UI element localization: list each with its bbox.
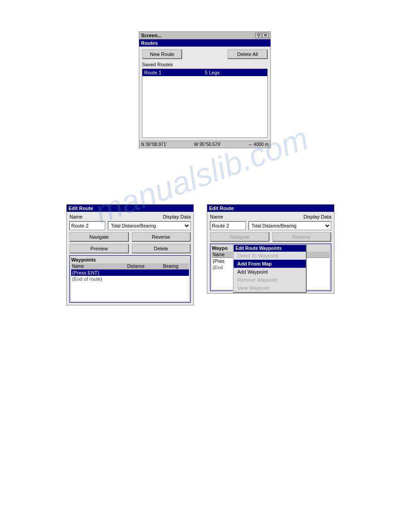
context-menu-add-waypoint[interactable]: Add Waypoint (234, 268, 306, 276)
status-lon: W 95°50.579' (194, 142, 221, 147)
context-menu-add-from-map[interactable]: Add From Map (234, 260, 306, 268)
new-route-button[interactable]: New Route (142, 49, 182, 59)
context-menu-view-waypoint[interactable]: View Waypoint (234, 284, 306, 292)
name-display-row: Name Display Data (69, 214, 191, 219)
edit-route-title-right: Edit Route (209, 206, 234, 211)
context-menu-direct-to-waypoint[interactable]: Direct To Waypoint (234, 252, 306, 260)
waypoint-row-1[interactable]: (Press ENT) (71, 270, 189, 276)
display-select-right[interactable]: Total Distance/Bearing (248, 221, 331, 230)
routes-titlebar: Screen... ▽ ✕ (139, 32, 270, 39)
edit-route-title-left: Edit Route (68, 206, 93, 211)
wp-bearing-1 (153, 270, 188, 275)
delete-button-left[interactable]: Delete (132, 244, 191, 253)
routes-title: Routes (141, 40, 158, 46)
route-name: Route 1 (144, 70, 205, 75)
name-input-row-right: Total Distance/Bearing (210, 221, 331, 230)
routes-buttons: New Route Delete All (142, 49, 268, 59)
screen-title: Screen... (141, 33, 162, 38)
routes-header: Routes (139, 39, 270, 47)
name-input-right[interactable] (210, 221, 246, 230)
navigate-reverse-row: Navigate Reverse (69, 232, 191, 242)
context-menu: Edit Route Waypoints Direct To Waypoint … (233, 244, 307, 293)
edit-route-titlebar-left: Edit Route (67, 205, 193, 212)
delete-all-button[interactable]: Delete All (227, 49, 268, 59)
name-label-right: Name (210, 214, 228, 219)
name-input-row: Total Distance/Bearing (69, 221, 191, 230)
reverse-button-right[interactable]: Reverse (272, 232, 332, 242)
titlebar-icons: ▽ ✕ (255, 33, 269, 38)
routes-window: Screen... ▽ ✕ Routes New Route Delete Al… (139, 31, 271, 148)
close-icon[interactable]: ✕ (262, 33, 269, 38)
display-label-right: Display Data (304, 214, 331, 219)
waypoints-section-right: Waypo Name (Pres (End Edit Route Waypoin… (210, 244, 331, 291)
route-legs: 5 Legs (205, 70, 266, 75)
name-display-row-right: Name Display Data (210, 214, 331, 219)
edit-route-body-right: Name Display Data Total Distance/Bearing… (207, 212, 334, 293)
wp-col-name-left: Name (72, 264, 119, 269)
routes-statusbar: N 36°08.971' W 95°50.579' ↔ 4000 m (139, 141, 270, 148)
name-label-left: Name (69, 214, 87, 219)
edit-route-body-left: Name Display Data Total Distance/Bearing… (67, 212, 193, 305)
edit-route-window-left: Edit Route Name Display Data Total Dista… (66, 204, 194, 305)
wp-col-bearing-left: Bearing (153, 264, 188, 269)
navigate-reverse-row-right: Navigate Reverse (210, 232, 331, 242)
display-label-left: Display Data (163, 214, 191, 219)
minimize-icon[interactable]: ▽ (255, 33, 261, 38)
waypoint-end-route: (End of route) (71, 276, 189, 282)
context-menu-remove-waypoint[interactable]: Remove Waypoint (234, 276, 306, 284)
routes-body: New Route Delete All Saved Routes Route … (139, 47, 270, 141)
waypoints-section-left: Waypoints Name Distance Bearing (Press E… (69, 255, 191, 303)
reverse-button-left[interactable]: Reverse (132, 232, 191, 242)
context-menu-title: Edit Route Waypoints (234, 245, 306, 252)
wp-name-1: (Press ENT) (72, 270, 119, 275)
preview-button-left[interactable]: Preview (69, 244, 129, 253)
wp-col-dist-left: Distance (119, 264, 154, 269)
wp-dist-1 (119, 270, 154, 275)
edit-route-window-right: Edit Route Name Display Data Total Dista… (207, 204, 334, 294)
display-select-left[interactable]: Total Distance/Bearing (108, 221, 191, 230)
waypoints-label-left: Waypoints (71, 257, 189, 262)
routes-list: Route 1 5 Legs (142, 69, 268, 138)
navigate-button-right[interactable]: Navigate (210, 232, 270, 242)
edit-route-titlebar-right: Edit Route (207, 205, 334, 212)
navigate-button-left[interactable]: Navigate (69, 232, 129, 242)
waypoints-header-left: Name Distance Bearing (71, 263, 189, 270)
route-list-item[interactable]: Route 1 5 Legs (142, 69, 267, 76)
preview-delete-row: Preview Delete (69, 244, 191, 253)
status-zoom: ↔ 4000 m (248, 142, 269, 147)
saved-routes-label: Saved Routes (142, 62, 268, 67)
waypoints-list-left: (Press ENT) (End of route) (71, 270, 189, 301)
status-lat: N 36°08.971' (141, 142, 167, 147)
name-input-left[interactable] (69, 221, 105, 230)
